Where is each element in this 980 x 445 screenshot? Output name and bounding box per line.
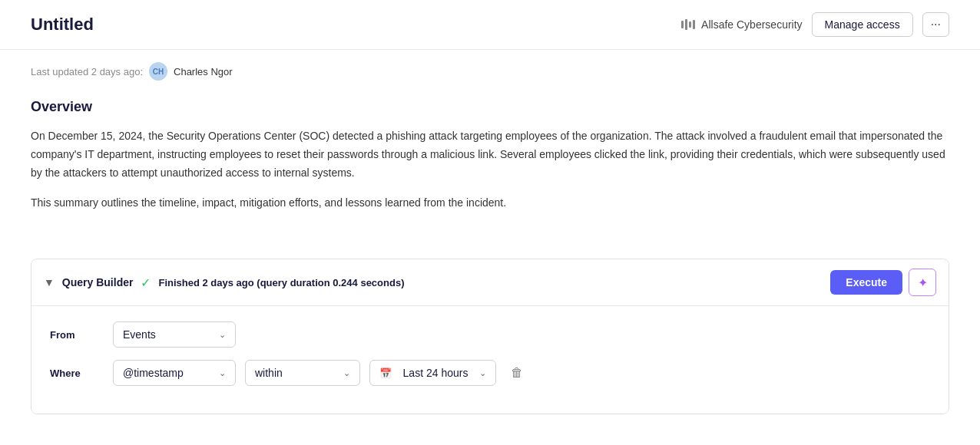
time-range-select[interactable]: 📅 Last 24 hours ⌄ — [369, 360, 496, 386]
author-name: Charles Ngor — [174, 66, 233, 77]
meta-row: Last updated 2 days ago: CH Charles Ngor — [0, 50, 980, 81]
collapse-icon[interactable]: ▼ — [44, 276, 55, 288]
within-value: within — [255, 367, 283, 379]
time-value: Last 24 hours — [403, 367, 468, 379]
avatar: CH — [149, 62, 167, 81]
org-section: Allsafe Cybersecurity — [681, 18, 803, 31]
ai-sparkle-button[interactable]: ✦ — [909, 269, 936, 296]
delete-condition-button[interactable]: 🗑 — [505, 361, 528, 384]
timestamp-chevron-icon: ⌄ — [219, 368, 226, 378]
within-chevron-icon: ⌄ — [343, 368, 350, 378]
overview-paragraph-1: On December 15, 2024, the Security Opera… — [31, 127, 949, 182]
last-updated-text: Last updated 2 days ago: — [31, 66, 143, 77]
from-value: Events — [123, 328, 156, 341]
org-icon — [681, 19, 695, 30]
calendar-icon: 📅 — [379, 368, 392, 379]
from-chevron-icon: ⌄ — [219, 330, 226, 340]
page-title: Untitled — [31, 15, 94, 35]
check-icon: ✓ — [141, 275, 151, 290]
timestamp-select[interactable]: @timestamp ⌄ — [113, 360, 236, 386]
where-label: Where — [50, 368, 104, 379]
query-status-text: Finished 2 days ago (query duration 0.24… — [158, 277, 404, 288]
query-builder-container: ▼ Query Builder ✓ Finished 2 days ago (q… — [31, 259, 949, 414]
page-header: Untitled Allsafe Cybersecurity Manage ac… — [0, 0, 980, 50]
query-builder-header-right: Execute ✦ — [830, 269, 936, 296]
more-options-button[interactable]: ··· — [922, 12, 949, 37]
content-area: Overview On December 15, 2024, the Secur… — [0, 81, 980, 243]
query-body: From Events ⌄ Where @timestamp ⌄ within … — [31, 306, 949, 414]
manage-access-button[interactable]: Manage access — [812, 12, 913, 37]
query-builder-header: ▼ Query Builder ✓ Finished 2 days ago (q… — [31, 259, 949, 306]
header-actions: Allsafe Cybersecurity Manage access ··· — [681, 12, 949, 37]
from-label: From — [50, 329, 104, 341]
org-name: Allsafe Cybersecurity — [701, 18, 803, 31]
overview-title: Overview — [31, 99, 949, 115]
from-select[interactable]: Events ⌄ — [113, 321, 236, 348]
query-builder-label: Query Builder — [62, 276, 134, 288]
query-builder-header-left: ▼ Query Builder ✓ Finished 2 days ago (q… — [44, 275, 404, 290]
time-chevron-icon: ⌄ — [479, 368, 486, 378]
overview-paragraph-2: This summary outlines the timeline, impa… — [31, 194, 949, 213]
execute-button[interactable]: Execute — [830, 270, 902, 295]
where-row: Where @timestamp ⌄ within ⌄ 📅 Last 24 ho… — [50, 360, 930, 386]
timestamp-value: @timestamp — [123, 367, 184, 379]
within-select[interactable]: within ⌄ — [245, 360, 360, 386]
from-row: From Events ⌄ — [50, 321, 930, 348]
